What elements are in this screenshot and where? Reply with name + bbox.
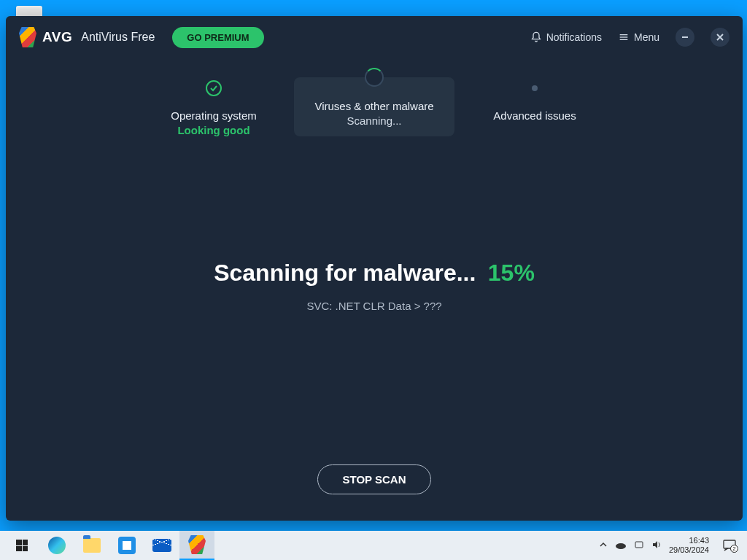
tray-chevron-up-icon[interactable] bbox=[599, 540, 608, 551]
edge-icon bbox=[48, 537, 66, 554]
system-tray: 16:43 29/03/2024 2 bbox=[599, 536, 743, 555]
start-button[interactable] bbox=[4, 531, 39, 560]
tray-onedrive-icon[interactable] bbox=[615, 540, 627, 551]
go-premium-button[interactable]: GO PREMIUM bbox=[172, 27, 263, 48]
scan-percent: 15% bbox=[488, 260, 535, 286]
avg-window: AVG AntiVirus Free GO PREMIUM Notificati… bbox=[6, 16, 743, 521]
mail-icon bbox=[152, 539, 171, 552]
svg-marker-8 bbox=[653, 541, 657, 548]
step2-status: Scanning... bbox=[301, 114, 447, 127]
step-viruses-malware: Viruses & other malware Scanning... bbox=[294, 77, 454, 136]
action-center-button[interactable]: 2 bbox=[721, 537, 738, 554]
windows-icon bbox=[16, 540, 28, 551]
step2-title: Viruses & other malware bbox=[301, 100, 447, 112]
brand-text: AVG bbox=[42, 29, 72, 45]
scan-main: Scanning for malware... 15% SVC: .NET CL… bbox=[6, 107, 743, 464]
taskbar-store[interactable] bbox=[109, 531, 144, 560]
clock-date: 29/03/2024 bbox=[669, 545, 709, 555]
step1-title: Operating system bbox=[133, 109, 294, 122]
scan-stepper: Operating system Looking good Viruses & … bbox=[6, 58, 743, 136]
svg-rect-7 bbox=[635, 542, 643, 548]
hamburger-icon bbox=[618, 31, 630, 43]
avg-icon bbox=[188, 535, 206, 554]
scan-detail: SVC: .NET CLR Data > ??? bbox=[306, 300, 441, 312]
action-center-badge: 2 bbox=[730, 545, 738, 553]
stop-scan-button[interactable]: STOP SCAN bbox=[317, 464, 432, 494]
folder-icon bbox=[83, 538, 101, 553]
step1-status: Looking good bbox=[133, 124, 294, 136]
step-advanced-issues: Advanced issues bbox=[454, 80, 615, 136]
tray-network-icon[interactable] bbox=[634, 540, 644, 551]
notifications-label: Notifications bbox=[546, 31, 602, 43]
taskbar-mail[interactable] bbox=[144, 531, 179, 560]
taskbar-file-explorer[interactable] bbox=[74, 531, 109, 560]
titlebar: AVG AntiVirus Free GO PREMIUM Notificati… bbox=[6, 16, 743, 58]
scan-heading-row: Scanning for malware... 15% bbox=[214, 260, 535, 287]
bell-icon bbox=[530, 31, 542, 43]
taskbar-clock[interactable]: 16:43 29/03/2024 bbox=[669, 536, 709, 555]
step3-title: Advanced issues bbox=[454, 109, 615, 122]
windows-taskbar: 16:43 29/03/2024 2 bbox=[0, 531, 747, 560]
spinner-icon bbox=[365, 68, 384, 87]
scan-title: Scanning for malware... bbox=[214, 260, 476, 286]
pending-dot-icon bbox=[532, 85, 538, 91]
close-button[interactable] bbox=[711, 28, 729, 47]
taskbar-avg[interactable] bbox=[179, 531, 214, 560]
product-text: AntiVirus Free bbox=[81, 31, 155, 44]
checkmark-icon bbox=[206, 80, 222, 96]
app-logo: AVG AntiVirus Free bbox=[19, 27, 155, 47]
menu-label: Menu bbox=[634, 31, 659, 43]
minimize-button[interactable] bbox=[676, 28, 694, 47]
tray-volume-icon[interactable] bbox=[651, 540, 662, 551]
taskbar-edge[interactable] bbox=[39, 531, 74, 560]
step-operating-system: Operating system Looking good bbox=[133, 80, 294, 136]
menu-button[interactable]: Menu bbox=[618, 31, 659, 43]
notifications-button[interactable]: Notifications bbox=[530, 31, 602, 43]
avg-shield-icon bbox=[19, 27, 36, 47]
svg-point-6 bbox=[616, 543, 626, 549]
clock-time: 16:43 bbox=[669, 536, 709, 545]
store-icon bbox=[118, 537, 136, 554]
